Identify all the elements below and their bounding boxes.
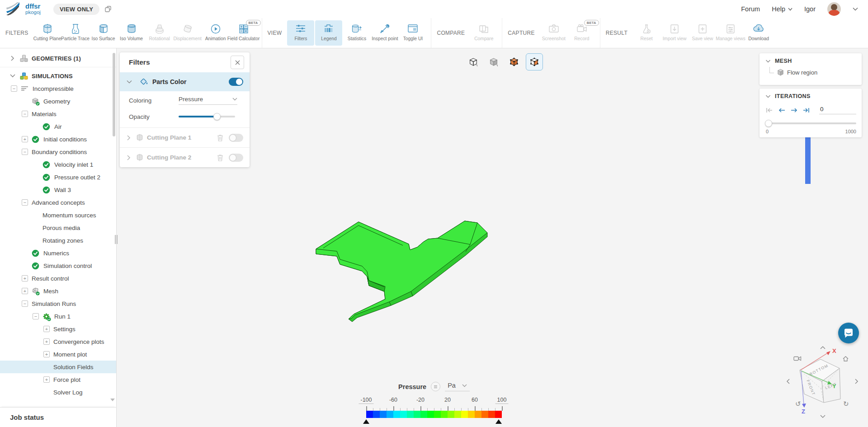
- chevron-down-icon[interactable]: [10, 73, 16, 79]
- job-status-panel[interactable]: Job status: [0, 407, 116, 427]
- tree-item-initial-conditions[interactable]: +Initial conditions: [0, 133, 116, 145]
- collapse-icon[interactable]: −: [22, 300, 28, 307]
- tree-item-geometries-1[interactable]: GEOMETRIES (1): [0, 52, 116, 65]
- trash-icon[interactable]: [217, 154, 223, 161]
- tree-item-simulation-runs[interactable]: −Simulation Runs: [0, 297, 116, 310]
- toolbar-button-iso-volume[interactable]: Iso Volume: [118, 20, 145, 46]
- tree-item-simulation-control[interactable]: Simulation control: [0, 259, 116, 272]
- copy-icon[interactable]: [105, 6, 111, 12]
- chat-button[interactable]: [838, 323, 859, 343]
- toolbar-button-legend[interactable]: Legend: [315, 20, 342, 46]
- collapse-icon[interactable]: −: [22, 199, 28, 206]
- view-mode-surfaces-cube[interactable]: [505, 53, 523, 70]
- cutting-plane-row-1[interactable]: Cutting Plane 1: [120, 127, 250, 147]
- chevron-right-icon[interactable]: [10, 56, 16, 61]
- tree-item-geometry[interactable]: Geometry: [0, 95, 116, 108]
- step-last-icon[interactable]: [803, 108, 810, 113]
- toolbar-button-inspect-point[interactable]: Inspect point: [371, 20, 398, 46]
- collapse-icon[interactable]: −: [11, 85, 17, 92]
- collapse-icon[interactable]: −: [22, 149, 28, 155]
- close-icon[interactable]: [231, 56, 244, 69]
- expand-icon[interactable]: +: [22, 136, 28, 142]
- model-3d[interactable]: [314, 219, 491, 325]
- step-back-icon[interactable]: [778, 108, 785, 113]
- tree-item-mesh[interactable]: +Mesh: [0, 285, 116, 297]
- chevron-down-icon[interactable]: [126, 80, 132, 84]
- tree-item-boundary-conditions[interactable]: −Boundary conditions: [0, 145, 116, 158]
- tree-item-solution-fields[interactable]: Solution Fields: [0, 361, 116, 373]
- toolbar-button-toggle-ui[interactable]: Toggle UI: [399, 20, 426, 46]
- toolbar-button-download[interactable]: Download: [745, 20, 772, 46]
- tree-item-force-plot[interactable]: +Force plot: [0, 373, 116, 386]
- rotate-right-icon[interactable]: [854, 378, 859, 385]
- flow-region-item[interactable]: Flow region: [760, 66, 862, 76]
- legend-tick-label[interactable]: -100: [359, 397, 373, 404]
- tree-item-materials[interactable]: −Materials: [0, 108, 116, 120]
- tree-item-settings[interactable]: +Settings: [0, 323, 116, 335]
- toolbar-button-iso-surface[interactable]: Iso Surface: [90, 20, 117, 46]
- panel-resize-handle[interactable]: [115, 235, 118, 244]
- expand-icon[interactable]: +: [22, 288, 28, 294]
- tree-item-advanced-concepts[interactable]: −Advanced concepts: [0, 196, 116, 209]
- tree-item-porous-media[interactable]: Porous media: [0, 221, 116, 234]
- parts-color-toggle[interactable]: [229, 78, 243, 86]
- tree-item-wall-3[interactable]: Wall 3: [0, 183, 116, 196]
- tree-item-rotating-zones[interactable]: Rotating zones: [0, 234, 116, 247]
- toolbar-button-animation[interactable]: Animation: [202, 20, 229, 46]
- parts-color-row[interactable]: Parts Color: [120, 72, 250, 91]
- navigation-cube[interactable]: BOTTOM FRONT LEFT X Y Z ↺ ↻: [780, 342, 866, 423]
- chevron-down-icon[interactable]: [765, 95, 771, 98]
- rotate-left-icon[interactable]: [786, 378, 790, 385]
- collapse-icon[interactable]: −: [33, 313, 39, 319]
- tree-item-simulations[interactable]: SIMULATIONS: [0, 70, 116, 82]
- tree-scroll-down-icon[interactable]: [110, 399, 115, 401]
- cutting-plane-toggle[interactable]: [229, 134, 243, 142]
- collapse-icon[interactable]: −: [22, 111, 28, 117]
- tree-item-velocity-inlet-1[interactable]: Velocity inlet 1: [0, 158, 116, 171]
- user-menu-chevron-icon[interactable]: [853, 7, 858, 11]
- home-view-icon[interactable]: [842, 356, 849, 362]
- iteration-slider[interactable]: [766, 120, 856, 127]
- forum-link[interactable]: Forum: [741, 5, 760, 13]
- iteration-value-field[interactable]: 0: [819, 106, 856, 114]
- chevron-right-icon[interactable]: [126, 155, 132, 160]
- expand-icon[interactable]: +: [43, 376, 50, 383]
- legend-options-icon[interactable]: [431, 382, 440, 391]
- legend-unit-select[interactable]: Pa: [445, 382, 470, 391]
- help-menu[interactable]: Help: [772, 5, 793, 13]
- coloring-select[interactable]: Pressure: [179, 96, 237, 105]
- toolbar-button-statistics[interactable]: Statistics: [343, 20, 370, 46]
- toolbar-button-particle-trace[interactable]: Particle Trace: [62, 20, 89, 46]
- tree-item-pressure-outlet-2[interactable]: Pressure outlet 2: [0, 171, 116, 183]
- view-mode-surfaces-edges-cube[interactable]: [526, 53, 543, 70]
- trash-icon[interactable]: [217, 134, 223, 141]
- tree-item-run-1[interactable]: −Run 1: [0, 310, 116, 323]
- rotate-ccw-icon[interactable]: ↺: [795, 400, 801, 408]
- expand-icon[interactable]: +: [43, 351, 50, 357]
- tree-item-air[interactable]: Air: [0, 120, 116, 133]
- step-forward-icon[interactable]: [791, 108, 797, 113]
- tree-item-solver-log[interactable]: Solver Log: [0, 386, 116, 399]
- iteration-slider-knob[interactable]: [765, 120, 772, 127]
- legend-tick-label[interactable]: 100: [495, 397, 509, 404]
- tree-item-convergence-plots[interactable]: +Convergence plots: [0, 335, 116, 348]
- toolbar-button-cutting-plane[interactable]: Cutting Plane: [34, 20, 61, 46]
- view-mode-wireframe-cube[interactable]: [465, 53, 482, 70]
- rotate-cw-icon[interactable]: ↻: [843, 400, 849, 408]
- legend-min-marker[interactable]: [363, 419, 369, 424]
- expand-icon[interactable]: +: [22, 275, 28, 282]
- tree-scrollbar[interactable]: [113, 53, 115, 136]
- tree-item-moment-plot[interactable]: +Moment plot: [0, 348, 116, 361]
- chevron-down-icon[interactable]: [765, 60, 771, 63]
- expand-icon[interactable]: +: [43, 326, 50, 332]
- rotate-down-icon[interactable]: [820, 414, 826, 418]
- view-mode-solid-cube[interactable]: [485, 53, 502, 70]
- avatar[interactable]: [827, 2, 841, 16]
- toolbar-button-field-calculator[interactable]: BETA Field Calculator: [230, 20, 257, 46]
- camera-projection-icon[interactable]: [793, 356, 802, 361]
- chevron-right-icon[interactable]: [126, 135, 132, 141]
- toolbar-button-filters[interactable]: Filters: [287, 20, 314, 46]
- legend-max-marker[interactable]: [495, 419, 502, 424]
- tree-item-incompressible[interactable]: −Incompressible: [0, 82, 116, 95]
- tree-item-numerics[interactable]: Numerics: [0, 247, 116, 259]
